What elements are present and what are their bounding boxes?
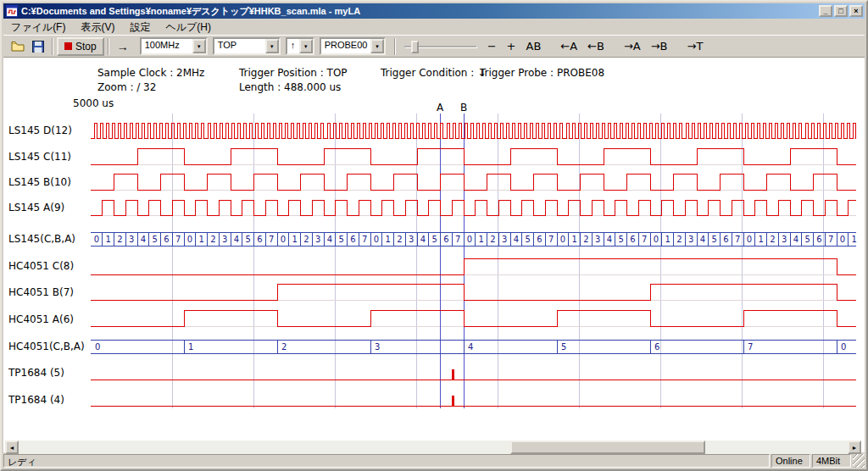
channel-label: LS145 A(9): [8, 202, 64, 213]
bus-value: 4: [468, 342, 473, 352]
bus-value: 6: [723, 235, 728, 244]
channel-label: HC4051(C,B,A): [8, 341, 85, 352]
channel-label: LS145 B(10): [8, 176, 71, 188]
bus-value: 2: [490, 235, 495, 244]
bus-value: 0: [654, 235, 659, 244]
bus-value: 5: [525, 235, 530, 244]
bus-value: 1: [571, 235, 576, 244]
bus-value: 7: [548, 235, 554, 244]
bus-value: 1: [292, 235, 297, 244]
bus-value: 5: [245, 235, 250, 244]
bus-value: 7: [269, 235, 274, 244]
length-info: Length : 488.000 us: [239, 81, 341, 93]
bus-value: 4: [327, 235, 332, 244]
bus-value: 6: [257, 235, 262, 244]
bus-value: 7: [455, 235, 460, 244]
bus-value: 7: [175, 235, 181, 244]
bus-value: 3: [688, 235, 693, 244]
trigger-pulse: [452, 396, 454, 406]
horizontal-scrollbar[interactable]: ◄ ►: [5, 441, 861, 454]
bus-value: 4: [514, 235, 519, 244]
sample-clock-info: Sample Clock : 2MHz: [97, 67, 204, 79]
bus-value: 4: [420, 235, 426, 244]
bus-value: 0: [374, 235, 379, 244]
channel-label: LS145(C,B,A): [8, 233, 75, 245]
bus-value: 2: [397, 235, 402, 244]
trigger-condition-info: Trigger Condition : ↓: [381, 67, 486, 79]
cursor-a-label: A: [437, 102, 444, 114]
trigger-position-info: Trigger Position : TOP: [239, 67, 348, 79]
bus-value: 1: [665, 235, 670, 244]
bus-value: 3: [222, 235, 227, 244]
zoom-info: Zoom : / 32: [97, 81, 156, 93]
bus-value: 6: [350, 235, 355, 244]
scroll-right-button[interactable]: ►: [848, 441, 861, 454]
bus-value: 3: [502, 235, 507, 244]
bus-value: 0: [841, 342, 846, 352]
bus-value: 2: [583, 235, 588, 244]
bus-value: 0: [94, 235, 99, 244]
bus-value: 0: [560, 235, 565, 244]
channel-label: TP1684 (5): [8, 367, 64, 379]
bus-value: 1: [758, 235, 763, 244]
bus-value: 1: [385, 235, 390, 244]
bus-value: 4: [793, 235, 798, 244]
channel-label: HC4051 B(7): [8, 286, 74, 298]
bus-value: 5: [431, 235, 437, 244]
bus-value: 0: [840, 235, 845, 244]
scrollbar-track[interactable]: [19, 441, 848, 454]
bus-value: 6: [164, 235, 169, 244]
bus-value: 3: [315, 235, 320, 244]
channel-label: TP1684 (4): [8, 394, 64, 406]
bus-value: 6: [630, 235, 635, 244]
bus-value: 0: [187, 235, 192, 244]
bus-value: 0: [281, 235, 286, 244]
bus-value: 1: [188, 342, 193, 352]
bus-value: 4: [607, 235, 612, 244]
bus-value: 1: [851, 235, 856, 244]
scroll-left-button[interactable]: ◄: [5, 441, 19, 454]
bus-value: 3: [129, 235, 134, 244]
bus-value: 5: [711, 235, 716, 244]
bus-value: 3: [375, 342, 380, 352]
bus-value: 5: [152, 235, 157, 244]
bus-value: 0: [747, 235, 752, 244]
channel-label: LS145 D(12): [8, 125, 72, 136]
bus-value: 1: [105, 235, 110, 244]
bus-value: 7: [642, 235, 647, 244]
scrollbar-thumb[interactable]: [510, 441, 705, 454]
trigger-probe-info: Trigger Probe : PROBE08: [480, 67, 604, 79]
bus-value: 4: [141, 235, 146, 244]
bus-value: 2: [210, 235, 215, 244]
trigger-pulse: [452, 369, 454, 380]
bus-value: 7: [748, 342, 753, 352]
bus-value: 3: [595, 235, 600, 244]
bus-value: 3: [409, 235, 414, 244]
app-window: C:¥Documents and Settings¥noname¥デスクトップ¥…: [0, 0, 868, 471]
bus-value: 6: [537, 235, 542, 244]
bus-value: 6: [654, 342, 659, 352]
channel-label: HC4051 C(8): [8, 260, 74, 272]
bus-value: 2: [303, 235, 309, 244]
time-scale-label: 5000 us: [73, 97, 114, 109]
bus-value: 4: [700, 235, 705, 244]
bus-value: 5: [561, 342, 566, 352]
bus-value: 7: [735, 235, 740, 244]
cursor-b-label: B: [460, 102, 467, 114]
bus-value: 3: [782, 235, 787, 244]
bus-value: 1: [478, 235, 483, 244]
bus-value: 7: [362, 235, 367, 244]
bus-value: 6: [443, 235, 448, 244]
bus-value: 7: [828, 235, 833, 244]
bus-value: 2: [770, 235, 775, 244]
bus-value: 4: [234, 235, 239, 244]
channel-label: LS145 C(11): [8, 151, 71, 163]
bus-value: 2: [281, 342, 287, 352]
bus-value: 0: [95, 342, 100, 352]
bus-value: 5: [618, 235, 623, 244]
channel-label: HC4051 A(6): [8, 313, 74, 325]
bus-value: 6: [816, 235, 821, 244]
bus-value: 2: [676, 235, 682, 244]
bus-value: 2: [117, 235, 122, 244]
bus-value: 5: [338, 235, 343, 244]
